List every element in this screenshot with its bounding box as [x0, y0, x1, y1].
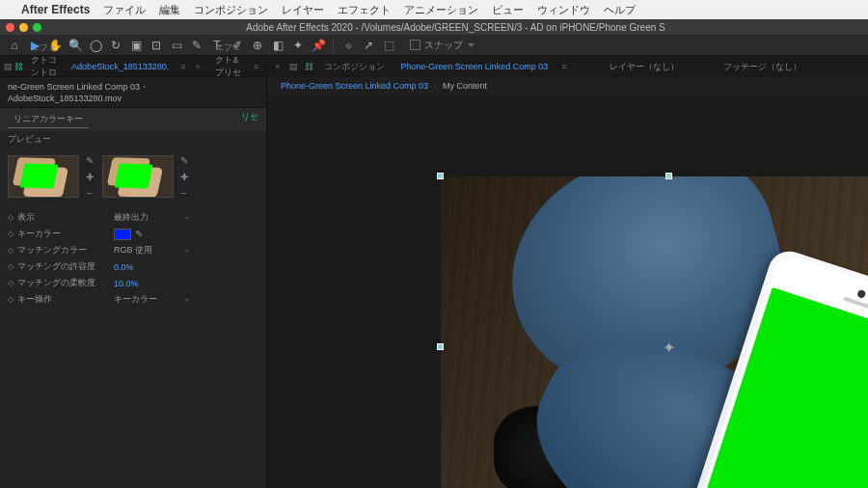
preview-thumbnails: ✎ ✚ − ✎ ✚ − [0, 148, 266, 205]
viewer-tab-compname[interactable]: Phone-Green Screen Linked Comp 03 [394, 62, 554, 71]
home-tool-icon[interactable]: ⌂ [6, 37, 23, 54]
handle-tl[interactable] [437, 173, 444, 179]
composition-viewer[interactable]: ✦ [267, 95, 868, 488]
menu-file[interactable]: ファイル [103, 3, 146, 17]
prop-matchcolor-label: マッチングカラー [17, 244, 114, 257]
stopwatch-icon[interactable]: ◇ [8, 279, 17, 287]
menu-view[interactable]: ビュー [492, 3, 524, 17]
viewer-menu-icon[interactable]: ▤ [287, 61, 299, 72]
bc-comp[interactable]: Phone-Green Screen Linked Comp 03 [275, 81, 434, 91]
window-controls [6, 23, 41, 32]
roto-tool-icon[interactable]: ✦ [289, 37, 307, 54]
bc-content[interactable]: My Content [437, 81, 493, 91]
close-window-button[interactable] [6, 23, 14, 32]
macos-menubar: After Effects ファイル 編集 コンポジション レイヤー エフェクト… [0, 0, 868, 19]
stopwatch-icon[interactable]: ◇ [8, 262, 17, 271]
panel-link-icon[interactable]: ⛓ [14, 61, 23, 72]
camera-tool-icon[interactable]: ▣ [127, 37, 145, 54]
window-titlebar: Adobe After Effects 2020 - /Volumes/Adob… [0, 19, 868, 35]
tool-toolbar: ⌂ ▶ ✋ 🔍 ◯ ↻ ▣ ⊡ ▭ ✎ T ✐ ⊕ ◧ ✦ 📌 ⟐ ↗ ⬚ スナ… [0, 35, 868, 56]
rotate-tool-icon[interactable]: ↻ [107, 37, 124, 54]
window-title: Adobe After Effects 2020 - /Volumes/Adob… [49, 22, 862, 33]
footage-preview [441, 176, 868, 488]
tab-close-icon[interactable]: ≡ [176, 62, 189, 71]
snap-checkbox-icon[interactable] [410, 40, 420, 50]
effect-linear-color-key[interactable]: リニアカラーキー [8, 111, 89, 128]
viewer-link-icon[interactable]: ⛓ [303, 61, 314, 72]
handle-tc[interactable] [665, 173, 672, 179]
keycolor-swatch[interactable] [114, 229, 131, 240]
zoom-window-button[interactable] [33, 23, 41, 32]
prop-matchcolor-value[interactable]: RGB 使用⌄ [114, 244, 191, 257]
snap-toggle[interactable]: スナップ ⏷ [410, 39, 476, 52]
chevron-down-icon: ⌄ [183, 244, 191, 257]
prop-keyop-value[interactable]: キーカラー⌄ [114, 293, 191, 306]
panel-menu-icon[interactable]: ▤ [4, 61, 13, 72]
prop-view-value[interactable]: 最終出力⌄ [114, 211, 191, 224]
effect-properties: ◇ 表示 最終出力⌄ ◇ キーカラー ✎ ◇ マッチングカラー RGB 使用⌄ … [0, 205, 266, 312]
keycolor-eyedropper-icon[interactable]: ✎ [135, 229, 143, 239]
tab-menu-icon[interactable]: ≡ [250, 62, 262, 71]
tab-overflow-icon[interactable]: » [191, 62, 203, 71]
prop-tolerance-label: マッチングの許容度 [17, 260, 114, 273]
app-name[interactable]: After Effects [21, 3, 90, 16]
eyedropper2-minus-icon[interactable]: − [177, 186, 191, 200]
eyedropper-minus-icon[interactable]: − [83, 186, 96, 200]
viewer-close-icon[interactable]: × [271, 62, 284, 71]
eyedropper-plus-icon[interactable]: ✚ [83, 170, 96, 183]
main-area: ▤ ⛓ エフェクトコントロール AdobeStock_185133280. ≡ … [0, 56, 868, 488]
eyedropper-icon[interactable]: ✎ [83, 153, 96, 167]
clone-tool-icon[interactable]: ⊕ [249, 37, 266, 54]
preview-thumb-source[interactable] [8, 155, 79, 198]
effect-reset[interactable]: リセ [241, 111, 258, 128]
menu-layer[interactable]: レイヤー [282, 3, 324, 17]
menu-composition[interactable]: コンポジション [194, 3, 268, 17]
menu-edit[interactable]: 編集 [159, 3, 180, 17]
left-panel-tabs: ▤ ⛓ エフェクトコントロール AdobeStock_185133280. ≡ … [0, 56, 266, 77]
puppet-tool-icon[interactable]: 📌 [310, 37, 327, 54]
stopwatch-icon[interactable]: ◇ [8, 246, 17, 255]
prop-tolerance-value[interactable]: 0.0% [114, 262, 134, 272]
shape-tool-icon[interactable]: ▭ [168, 37, 185, 54]
stopwatch-icon[interactable]: ◇ [8, 295, 17, 304]
viewer-tab-comp-label[interactable]: コンポジション [318, 61, 391, 73]
right-panel: × ▤ ⛓ コンポジション Phone-Green Screen Linked … [267, 56, 868, 488]
prop-tolerance: ◇ マッチングの許容度 0.0% [0, 258, 266, 275]
prop-view: ◇ 表示 最終出力⌄ [0, 209, 266, 226]
tool-extra1-icon[interactable]: ⟐ [339, 37, 357, 54]
pen-tool-icon[interactable]: ✎ [188, 37, 205, 54]
prop-softness-value[interactable]: 10.0% [114, 279, 139, 288]
comp-layer-bounds[interactable]: ✦ [441, 176, 868, 488]
eraser-tool-icon[interactable]: ◧ [269, 37, 286, 54]
tab-filename[interactable]: AdobeStock_185133280. [66, 62, 175, 71]
anchor-point-icon[interactable]: ✦ [663, 338, 675, 356]
stopwatch-icon[interactable]: ◇ [8, 230, 17, 238]
chevron-down-icon: ⌄ [183, 211, 191, 224]
eyedropper2-plus-icon[interactable]: ✚ [177, 170, 191, 183]
eyedropper2-icon[interactable]: ✎ [177, 153, 191, 167]
left-panel: ▤ ⛓ エフェクトコントロール AdobeStock_185133280. ≡ … [0, 56, 267, 488]
menu-window[interactable]: ウィンドウ [537, 3, 590, 17]
tool-extra2-icon[interactable]: ↗ [360, 37, 377, 54]
viewer-tabs: × ▤ ⛓ コンポジション Phone-Green Screen Linked … [267, 56, 868, 77]
menu-animation[interactable]: アニメーション [404, 3, 478, 17]
snap-label: スナップ [424, 39, 463, 52]
viewer-tab-layer[interactable]: レイヤー（なし） [604, 61, 685, 73]
zoom-tool-icon[interactable]: 🔍 [67, 37, 84, 54]
snap-chevron-icon[interactable]: ⏷ [467, 40, 476, 50]
viewer-tab-footage[interactable]: フッテージ（なし） [718, 61, 807, 73]
stopwatch-icon[interactable]: ◇ [8, 213, 17, 222]
menu-help[interactable]: ヘルプ [604, 3, 636, 17]
menu-effect[interactable]: エフェクト [338, 3, 391, 17]
effect-source-header: ne-Green Screen Linked Comp 03・AdobeStoc… [0, 77, 266, 108]
viewer-tab-menu-icon[interactable]: ≡ [557, 62, 570, 71]
panbehind-tool-icon[interactable]: ⊡ [148, 37, 165, 54]
toolbar-separator [333, 39, 334, 52]
orbit-tool-icon[interactable]: ◯ [87, 37, 104, 54]
handle-ml[interactable] [437, 343, 444, 350]
minimize-window-button[interactable] [19, 23, 28, 32]
prop-keycolor-label: キーカラー [17, 228, 114, 240]
preview-thumb-output[interactable] [102, 155, 174, 198]
prop-keycolor: ◇ キーカラー ✎ [0, 226, 266, 242]
tool-extra3-icon[interactable]: ⬚ [380, 37, 397, 54]
